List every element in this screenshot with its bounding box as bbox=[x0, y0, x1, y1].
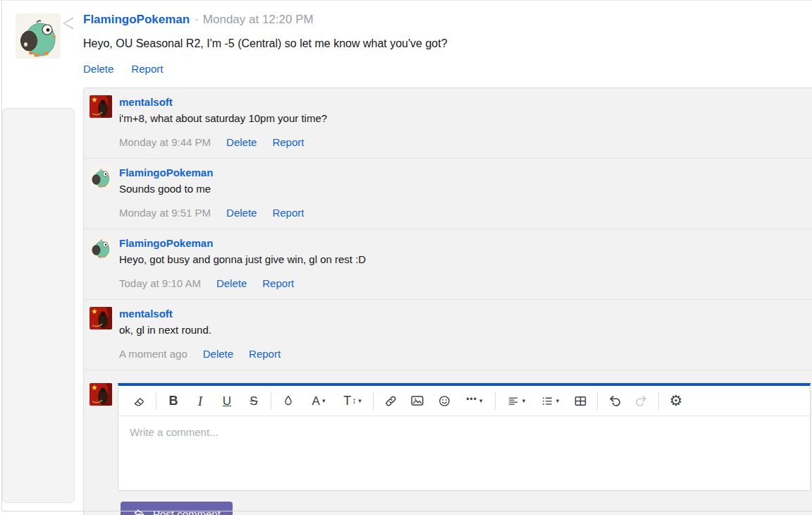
comment-input-placeholder: Write a comment... bbox=[130, 426, 219, 438]
comment-meta: Monday at 9:51 PMDeleteReport bbox=[119, 207, 304, 219]
comment-author-link[interactable]: mentalsoft bbox=[119, 96, 173, 109]
undo-icon bbox=[607, 393, 622, 408]
flamingopokeman-avatar-image bbox=[90, 236, 112, 259]
droplet-icon bbox=[281, 394, 295, 408]
comment-meta: A moment agoDeleteReport bbox=[119, 348, 281, 360]
chevron-down-icon: ▾ bbox=[358, 397, 362, 404]
comment-row: FlamingoPokeman Sounds good to me Monday… bbox=[84, 159, 812, 229]
flamingopokeman-avatar-image bbox=[16, 13, 61, 59]
insert-image-button[interactable] bbox=[404, 389, 431, 413]
remove-format-button[interactable] bbox=[125, 389, 152, 413]
comment-author-link[interactable]: FlamingoPokeman bbox=[119, 166, 213, 179]
comment-report-link[interactable]: Report bbox=[272, 136, 304, 148]
header-separator: · bbox=[195, 13, 199, 26]
comment-delete-link[interactable]: Delete bbox=[216, 277, 247, 289]
comment-report-link[interactable]: Report bbox=[262, 277, 294, 289]
toolbar-separator bbox=[156, 392, 156, 410]
strikethrough-button[interactable]: S bbox=[240, 389, 267, 413]
post-comment-button[interactable]: Post comment bbox=[121, 502, 233, 515]
bullet-list-icon bbox=[541, 394, 554, 408]
comment-meta: Today at 9:10 AMDeleteReport bbox=[119, 277, 366, 290]
comment-author-link[interactable]: mentalsoft bbox=[119, 308, 173, 320]
comment-report-link[interactable]: Report bbox=[272, 207, 304, 219]
flamingopokeman-avatar-image bbox=[90, 166, 112, 188]
font-family-glyph: A bbox=[312, 395, 320, 407]
post-timestamp: Monday at 12:20 PM bbox=[203, 13, 314, 26]
up-down-arrows-icon: ↕ bbox=[352, 396, 356, 405]
post-header: FlamingoPokeman·Monday at 12:20 PM bbox=[83, 13, 812, 27]
insert-link-button[interactable] bbox=[377, 389, 404, 413]
toolbar-separator bbox=[271, 392, 271, 410]
undo-button[interactable] bbox=[601, 389, 628, 413]
comment-row: mentalsoft i'm+8, what about saturday 10… bbox=[84, 88, 812, 159]
align-left-icon bbox=[507, 394, 520, 408]
mentalsoft-avatar-image bbox=[90, 307, 112, 329]
comment-timestamp: Today at 9:10 AM bbox=[119, 277, 201, 289]
post-comment-label: Post comment bbox=[153, 508, 221, 515]
font-size-glyph: T bbox=[343, 394, 351, 407]
toolbar-separator bbox=[658, 392, 659, 410]
comment-delete-link[interactable]: Delete bbox=[226, 207, 257, 219]
redo-icon bbox=[634, 393, 649, 408]
current-user-avatar[interactable] bbox=[90, 383, 112, 406]
chevron-down-icon: ▾ bbox=[522, 397, 526, 404]
chevron-down-icon: ▾ bbox=[322, 397, 326, 404]
comment-delete-link[interactable]: Delete bbox=[226, 136, 257, 148]
post-actions: DeleteReport bbox=[83, 63, 812, 75]
toolbar-separator bbox=[373, 392, 374, 410]
chevron-down-icon: ▾ bbox=[556, 397, 560, 404]
gear-icon: ⚙ bbox=[670, 394, 683, 408]
link-icon bbox=[383, 394, 398, 408]
image-icon bbox=[410, 393, 425, 408]
redo-button[interactable] bbox=[628, 389, 655, 413]
commenter-avatar[interactable] bbox=[90, 236, 112, 259]
table-icon bbox=[573, 394, 588, 408]
font-size-button[interactable]: T↕▾ bbox=[336, 389, 369, 413]
comment-timestamp: Monday at 9:44 PM bbox=[119, 136, 211, 148]
ellipsis-icon: ••• bbox=[466, 395, 477, 404]
list-button[interactable]: ▾ bbox=[533, 389, 567, 413]
underline-button[interactable]: U bbox=[214, 389, 240, 413]
profile-post-page: FlamingoPokeman·Monday at 12:20 PM Heyo,… bbox=[0, 0, 812, 515]
eraser-icon bbox=[132, 394, 147, 408]
comment-delete-link[interactable]: Delete bbox=[203, 348, 233, 360]
toolbar-separator bbox=[495, 392, 496, 410]
comment-row: FlamingoPokeman Heyo, got busy and gonna… bbox=[84, 229, 812, 300]
settings-button[interactable]: ⚙ bbox=[663, 389, 689, 413]
comment-author-link[interactable]: FlamingoPokeman bbox=[119, 237, 213, 250]
text-color-button[interactable] bbox=[275, 389, 302, 413]
font-family-button[interactable]: A▾ bbox=[302, 389, 336, 413]
post-body: Heyo, OU Seasonal R2, I'm -5 (Central) s… bbox=[83, 36, 812, 51]
comment-body: Sounds good to me bbox=[119, 182, 304, 195]
bold-button[interactable]: B bbox=[160, 389, 187, 413]
commenter-avatar[interactable] bbox=[90, 95, 112, 118]
italic-button[interactable]: I bbox=[187, 389, 214, 413]
smiley-icon bbox=[437, 394, 452, 408]
post-author-link[interactable]: FlamingoPokeman bbox=[83, 13, 190, 26]
comment-timestamp: Monday at 9:51 PM bbox=[119, 207, 211, 219]
commenter-avatar[interactable] bbox=[90, 166, 112, 188]
more-options-button[interactable]: •••▾ bbox=[457, 389, 491, 413]
comment-body: Heyo, got busy and gonna just give win, … bbox=[119, 253, 366, 266]
mentalsoft-avatar-image bbox=[90, 95, 112, 118]
commenter-avatar[interactable] bbox=[90, 307, 112, 329]
comment-editor-row: B I U S A▾ bbox=[84, 370, 812, 515]
alignment-button[interactable]: ▾ bbox=[499, 389, 533, 413]
insert-table-button[interactable] bbox=[567, 389, 593, 413]
chevron-down-icon: ▾ bbox=[479, 397, 483, 404]
post-delete-link[interactable]: Delete bbox=[83, 63, 113, 75]
editor-toolbar: B I U S A▾ bbox=[118, 386, 810, 416]
left-sidebar-panel bbox=[2, 108, 75, 503]
profile-post: FlamingoPokeman·Monday at 12:20 PM Heyo,… bbox=[0, 1, 812, 75]
comments-section: mentalsoft i'm+8, what about saturday 10… bbox=[83, 87, 812, 515]
comment-row: mentalsoft ok, gl in next round. A momen… bbox=[84, 300, 812, 370]
emoji-button[interactable] bbox=[431, 389, 457, 413]
comment-report-link[interactable]: Report bbox=[249, 348, 281, 360]
comment-meta: Monday at 9:44 PMDeleteReport bbox=[119, 136, 327, 149]
comment-timestamp: A moment ago bbox=[119, 348, 187, 360]
comment-input[interactable]: Write a comment... bbox=[118, 416, 810, 490]
toolbar-separator bbox=[597, 392, 598, 410]
poster-avatar[interactable] bbox=[16, 13, 61, 59]
rich-text-editor: B I U S A▾ bbox=[118, 383, 811, 491]
post-report-link[interactable]: Report bbox=[131, 63, 163, 75]
